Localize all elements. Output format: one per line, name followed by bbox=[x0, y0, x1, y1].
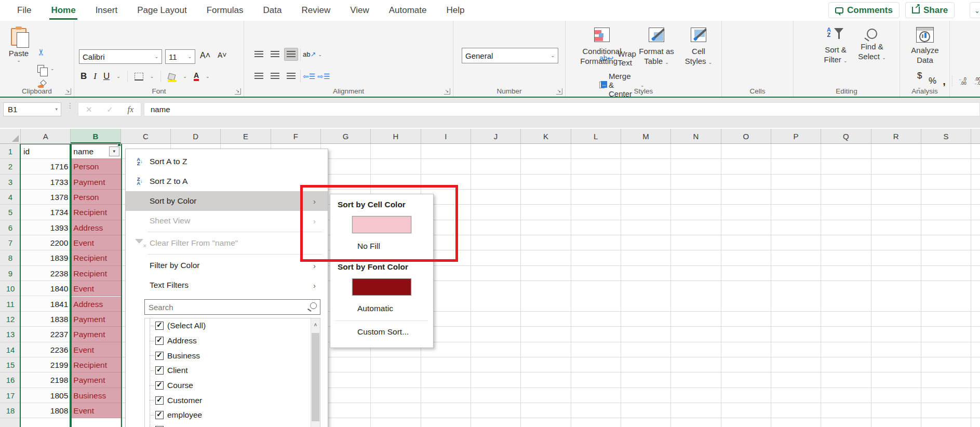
tab-page-layout[interactable]: Page Layout bbox=[127, 0, 196, 21]
fill-color-caret-icon[interactable]: ⌄ bbox=[183, 74, 187, 79]
row-header-6[interactable]: 6 bbox=[0, 220, 21, 235]
tab-file[interactable]: File bbox=[7, 0, 41, 21]
column-header-S[interactable]: S bbox=[921, 129, 971, 143]
column-header-D[interactable]: D bbox=[171, 129, 221, 143]
increase-decimal-button[interactable]: ←.0.00 bbox=[958, 77, 966, 85]
font-color-swatch[interactable] bbox=[352, 278, 411, 296]
row-header-2[interactable]: 2 bbox=[0, 159, 21, 174]
cut-button[interactable]: ✂ bbox=[37, 46, 61, 58]
tab-review[interactable]: Review bbox=[291, 0, 340, 21]
cell-styles-button[interactable]: CellStyles ⌄ bbox=[681, 26, 716, 68]
cell-A16[interactable]: 2198 bbox=[21, 372, 71, 388]
row-header-16[interactable]: 16 bbox=[0, 372, 21, 388]
cancel-button[interactable]: ✕ bbox=[86, 105, 92, 114]
custom-sort-option[interactable]: Custom Sort... bbox=[330, 321, 433, 337]
row-header-10[interactable]: 10 bbox=[0, 281, 21, 296]
borders-caret-icon[interactable]: ⌄ bbox=[150, 74, 154, 79]
cell-A10[interactable]: 1840 bbox=[21, 281, 71, 296]
fill-color-button[interactable] bbox=[168, 74, 176, 79]
align-left-button[interactable] bbox=[252, 70, 266, 83]
name-box[interactable]: B1 ▾ bbox=[3, 102, 61, 116]
font-dialog-launcher[interactable]: ↘ bbox=[235, 88, 241, 95]
column-header-I[interactable]: I bbox=[421, 129, 471, 143]
column-header-Q[interactable]: Q bbox=[821, 129, 871, 143]
row-header-13[interactable]: 13 bbox=[0, 327, 21, 342]
number-format-select[interactable]: General⌄ bbox=[462, 48, 558, 63]
row-header-12[interactable]: 12 bbox=[0, 312, 21, 327]
cell-A7[interactable]: 2200 bbox=[21, 235, 71, 250]
cell-B18[interactable]: Event bbox=[71, 403, 120, 418]
row-header-14[interactable]: 14 bbox=[0, 342, 21, 357]
filter-value-customer[interactable]: Customer bbox=[145, 393, 320, 408]
top-align-button[interactable] bbox=[252, 48, 266, 61]
cell-B6[interactable]: Address bbox=[71, 220, 120, 235]
tab-home[interactable]: Home bbox=[41, 0, 85, 21]
conditional-formatting-button[interactable]: ConditionalFormatting ⌄ bbox=[574, 26, 630, 68]
column-header-J[interactable]: J bbox=[471, 129, 521, 143]
clipboard-dialog-launcher[interactable]: ↘ bbox=[65, 88, 71, 95]
filter-value-course[interactable]: Course bbox=[145, 378, 320, 393]
format-as-table-button[interactable]: Format asTable ⌄ bbox=[633, 26, 680, 68]
cell-A18[interactable]: 1808 bbox=[21, 403, 71, 418]
name-column-filter-button[interactable]: ▾ bbox=[109, 146, 119, 156]
cell-B10[interactable]: Event bbox=[71, 281, 120, 296]
cell-A2[interactable]: 1716 bbox=[21, 159, 71, 174]
column-header-E[interactable]: E bbox=[221, 129, 271, 143]
column-header-O[interactable]: O bbox=[721, 129, 771, 143]
borders-button[interactable] bbox=[135, 73, 143, 81]
cell-A13[interactable]: 2237 bbox=[21, 327, 71, 342]
alignment-dialog-launcher[interactable]: ↘ bbox=[444, 88, 450, 95]
tab-insert[interactable]: Insert bbox=[86, 0, 128, 21]
column-header-R[interactable]: R bbox=[871, 129, 921, 143]
checked-checkbox-icon[interactable] bbox=[155, 381, 164, 390]
filter-value-event[interactable]: Event bbox=[145, 423, 320, 427]
share-button[interactable]: Share bbox=[905, 2, 955, 18]
row-header-11[interactable]: 11 bbox=[0, 297, 21, 312]
italic-button[interactable]: I bbox=[93, 71, 97, 82]
cell-B16[interactable]: Payment bbox=[71, 372, 120, 388]
scroll-up-icon[interactable]: ˄ bbox=[311, 318, 320, 332]
tab-help[interactable]: Help bbox=[436, 0, 474, 21]
orientation-button[interactable]: ab↗ bbox=[303, 50, 316, 58]
number-dialog-launcher[interactable]: ↘ bbox=[556, 88, 562, 95]
decrease-decimal-button[interactable]: .00→.0 bbox=[973, 77, 980, 85]
checked-checkbox-icon[interactable] bbox=[155, 322, 164, 330]
grow-font-button[interactable]: A˄ bbox=[200, 51, 210, 60]
align-center-button[interactable] bbox=[268, 70, 282, 83]
cell-A9[interactable]: 2238 bbox=[21, 266, 71, 281]
row-header-1[interactable]: 1 bbox=[0, 144, 21, 159]
cutoff-button[interactable]: ⌄ bbox=[970, 2, 980, 18]
row-header-3[interactable]: 3 bbox=[0, 175, 21, 190]
row-header-4[interactable]: 4 bbox=[0, 190, 21, 205]
cell-A5[interactable]: 1734 bbox=[21, 205, 71, 220]
row-header-15[interactable]: 15 bbox=[0, 357, 21, 372]
paste-button[interactable]: Paste ⌄ bbox=[5, 26, 32, 84]
cell-B11[interactable]: Address bbox=[71, 297, 120, 312]
column-header-B[interactable]: B bbox=[71, 129, 120, 143]
cell-A3[interactable]: 1733 bbox=[21, 175, 71, 190]
row-header-7[interactable]: 7 bbox=[0, 235, 21, 250]
select-all-corner[interactable] bbox=[0, 129, 21, 143]
tab-view[interactable]: View bbox=[340, 0, 379, 21]
column-header-H[interactable]: H bbox=[371, 129, 421, 143]
cell-B3[interactable]: Payment bbox=[71, 175, 120, 190]
bottom-align-button[interactable] bbox=[284, 48, 298, 61]
cell-B8[interactable]: Recipient bbox=[71, 250, 120, 265]
cell-A14[interactable]: 2236 bbox=[21, 342, 71, 357]
filter-value-business[interactable]: Business bbox=[145, 348, 320, 363]
cell-B13[interactable]: Payment bbox=[71, 327, 120, 342]
cell-B17[interactable]: Business bbox=[71, 388, 120, 403]
underline-caret-icon[interactable]: ⌄ bbox=[116, 74, 120, 79]
cell-A8[interactable]: 1839 bbox=[21, 250, 71, 265]
checked-checkbox-icon[interactable] bbox=[155, 352, 164, 360]
sort-filter-button[interactable]: AZ Sort &Filter ⌄ bbox=[818, 27, 853, 66]
cell-B5[interactable]: Recipient bbox=[71, 205, 120, 220]
checked-checkbox-icon[interactable] bbox=[155, 337, 164, 345]
cell-B12[interactable]: Payment bbox=[71, 312, 120, 327]
copy-button[interactable]: ⌄ bbox=[37, 62, 61, 75]
font-name-select[interactable]: Calibri⌄ bbox=[79, 49, 162, 64]
enter-button[interactable]: ✓ bbox=[106, 105, 113, 114]
formula-input[interactable]: name bbox=[144, 102, 980, 116]
cell-A17[interactable]: 1805 bbox=[21, 388, 71, 403]
scrollbar-thumb[interactable] bbox=[312, 333, 319, 421]
